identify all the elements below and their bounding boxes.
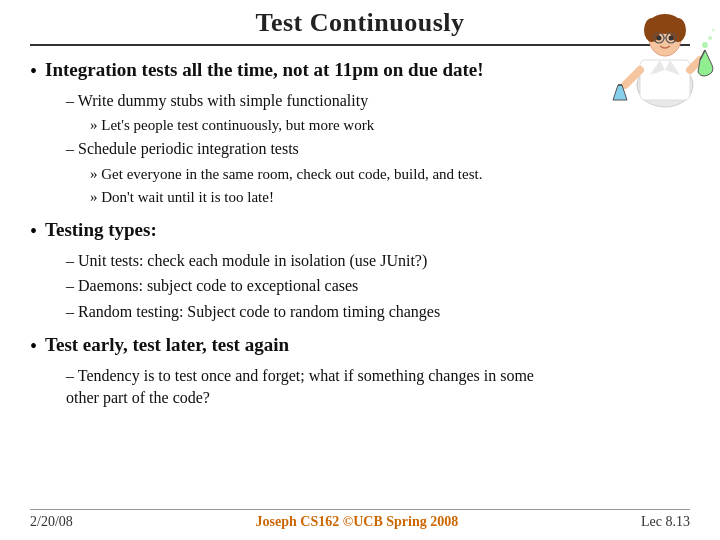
sub-bullet-2-1-text: Unit tests: check each module in isolati… <box>66 252 427 269</box>
bullet-3-text: Test early, test later, test again <box>45 333 289 358</box>
title-area: Test Continuously <box>30 0 690 46</box>
sub-bullet-1-1-text: Write dummy stubs with simple functional… <box>66 92 368 109</box>
svg-point-9 <box>669 36 674 41</box>
svg-point-17 <box>702 42 708 48</box>
sub-bullet-1-2: Schedule periodic integration tests <box>30 138 570 160</box>
sub-bullet-2-2-text: Daemons: subject code to exceptional cas… <box>66 277 358 294</box>
scientist-illustration <box>610 0 720 110</box>
sub-bullet-1-1: Write dummy stubs with simple functional… <box>30 90 570 112</box>
sub-bullet-2-3-text: Random testing: Subject code to random t… <box>66 303 440 320</box>
svg-point-8 <box>657 36 662 41</box>
sub-sub-bullet-1-1-1: Let's people test continuously, but more… <box>30 115 570 136</box>
footer: 2/20/08 Joseph CS162 ©UCB Spring 2008 Le… <box>30 509 690 530</box>
footer-lecture: Lec 8.13 <box>641 514 690 530</box>
sub-bullet-3-1: Tendency is to test once and forget; wha… <box>30 365 570 410</box>
sub-sub-bullet-1-2-1: Get everyone in the same room, check out… <box>30 164 570 185</box>
sub-bullet-2-3: Random testing: Subject code to random t… <box>30 301 570 323</box>
sub-sub-bullet-1-2-1-text: Get everyone in the same room, check out… <box>90 166 482 182</box>
svg-point-18 <box>708 36 712 40</box>
bullet-2: • Testing types: <box>30 218 570 244</box>
sub-bullet-2-1: Unit tests: check each module in isolati… <box>30 250 570 272</box>
bullet-2-text: Testing types: <box>45 218 157 243</box>
sub-sub-bullet-1-1-1-text: Let's people test continuously, but more… <box>90 117 374 133</box>
sub-bullet-3-1-text: Tendency is to test once and forget; wha… <box>66 367 534 406</box>
sub-bullet-1-2-text: Schedule periodic integration tests <box>66 140 299 157</box>
svg-point-19 <box>712 29 715 32</box>
svg-rect-1 <box>640 60 690 100</box>
slide: Test Continuously <box>0 0 720 540</box>
slide-title: Test Continuously <box>255 8 464 37</box>
bullet-dot-2: • <box>30 218 37 244</box>
sub-sub-bullet-1-2-2: Don't wait until it is too late! <box>30 187 570 208</box>
footer-date: 2/20/08 <box>30 514 73 530</box>
bullet-dot-3: • <box>30 333 37 359</box>
bullet-1: • Integration tests all the time, not at… <box>30 58 570 84</box>
bullet-3: • Test early, test later, test again <box>30 333 570 359</box>
bullet-dot-1: • <box>30 58 37 84</box>
footer-course: Joseph CS162 ©UCB Spring 2008 <box>256 514 459 530</box>
bullet-1-text: Integration tests all the time, not at 1… <box>45 58 484 83</box>
sub-bullet-2-2: Daemons: subject code to exceptional cas… <box>30 275 570 297</box>
content-area: • Integration tests all the time, not at… <box>30 58 690 410</box>
sub-sub-bullet-1-2-2-text: Don't wait until it is too late! <box>90 189 274 205</box>
